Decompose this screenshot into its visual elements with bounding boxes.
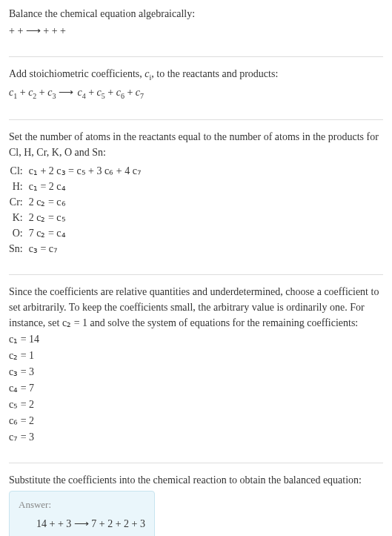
atom-label-cr: Cr:	[9, 194, 29, 210]
stoich-title-post: , to the reactants and products:	[151, 68, 278, 79]
answer-box: Answer: 14 + + 3 ⟶ 7 + 2 + 2 + 3	[9, 491, 155, 536]
coef-c5: c₅ = 2	[9, 397, 383, 412]
atom-label-cl: Cl:	[9, 163, 29, 179]
coef-c4: c₄ = 7	[9, 380, 383, 396]
coef-c6: c₆ = 2	[9, 413, 383, 429]
arrow-1: ⟶	[59, 87, 78, 98]
coef-c2: c₂ = 1	[9, 348, 383, 363]
answer-equation: 14 + + 3 ⟶ 7 + 2 + 2 + 3	[19, 516, 145, 532]
divider-4	[9, 463, 383, 463]
stoich-equation: c1 + c2 + c3 ⟶ c4 + c5 + c6 + c7	[9, 85, 383, 102]
c2-n: 2	[33, 92, 36, 100]
table-row: K: 2 c₂ = c₅	[9, 210, 142, 225]
balance-equation: + + ⟶ + + +	[9, 23, 383, 39]
section-atoms: Set the number of atoms in the reactants…	[9, 129, 383, 265]
section-stoich: Add stoichiometric coefficients, ci, to …	[9, 66, 383, 110]
atom-label-h: H:	[9, 179, 29, 194]
stoich-title: Add stoichiometric coefficients, ci, to …	[9, 66, 383, 83]
balance-title: Balance the chemical equation algebraica…	[9, 6, 383, 21]
stoich-title-pre: Add stoichiometric coefficients,	[9, 68, 144, 79]
atom-eq-h: c₁ = 2 c₄	[29, 179, 142, 194]
c3-n: 3	[52, 92, 56, 100]
divider-2	[9, 119, 383, 120]
coef-c7: c₇ = 3	[9, 429, 383, 445]
section-substitute: Substitute the coefficients into the che…	[9, 472, 383, 536]
plus-3: +	[88, 87, 96, 98]
atom-label-sn: Sn:	[9, 241, 29, 257]
table-row: O: 7 c₂ = c₄	[9, 225, 142, 241]
table-row: Cr: 2 c₂ = c₆	[9, 194, 142, 210]
atom-eq-k: 2 c₂ = c₅	[29, 210, 142, 225]
c4-n: 4	[82, 92, 86, 100]
atom-label-k: K:	[9, 210, 29, 225]
atoms-table: Cl: c₁ + 2 c₃ = c₅ + 3 c₆ + 4 c₇ H: c₁ =…	[9, 163, 142, 257]
plus-5: +	[127, 87, 135, 98]
plus-1: +	[20, 87, 28, 98]
coef-c1: c₁ = 14	[9, 331, 383, 347]
c6-n: 6	[121, 92, 124, 100]
atom-eq-cl: c₁ + 2 c₃ = c₅ + 3 c₆ + 4 c₇	[29, 163, 142, 179]
atoms-title: Set the number of atoms in the reactants…	[9, 129, 383, 160]
c5-n: 5	[102, 92, 105, 100]
plus-4: +	[107, 87, 116, 98]
atom-eq-cr: 2 c₂ = c₆	[29, 194, 142, 210]
coef-c3: c₃ = 3	[9, 364, 383, 380]
section-balance: Balance the chemical equation algebraica…	[9, 6, 383, 47]
c1-n: 1	[13, 92, 17, 100]
answer-label: Answer:	[19, 497, 145, 512]
solve-title: Since the coefficients are relative quan…	[9, 284, 383, 331]
plus-2: +	[39, 87, 47, 98]
divider-1	[9, 56, 383, 57]
atom-eq-sn: c₃ = c₇	[29, 241, 142, 257]
substitute-title: Substitute the coefficients into the che…	[9, 472, 383, 488]
table-row: Sn: c₃ = c₇	[9, 241, 142, 257]
c7-n: 7	[140, 92, 144, 100]
atom-label-o: O:	[9, 225, 29, 241]
atom-eq-o: 7 c₂ = c₄	[29, 225, 142, 241]
section-solve: Since the coefficients are relative quan…	[9, 284, 383, 454]
divider-3	[9, 274, 383, 275]
table-row: H: c₁ = 2 c₄	[9, 179, 142, 194]
table-row: Cl: c₁ + 2 c₃ = c₅ + 3 c₆ + 4 c₇	[9, 163, 142, 179]
